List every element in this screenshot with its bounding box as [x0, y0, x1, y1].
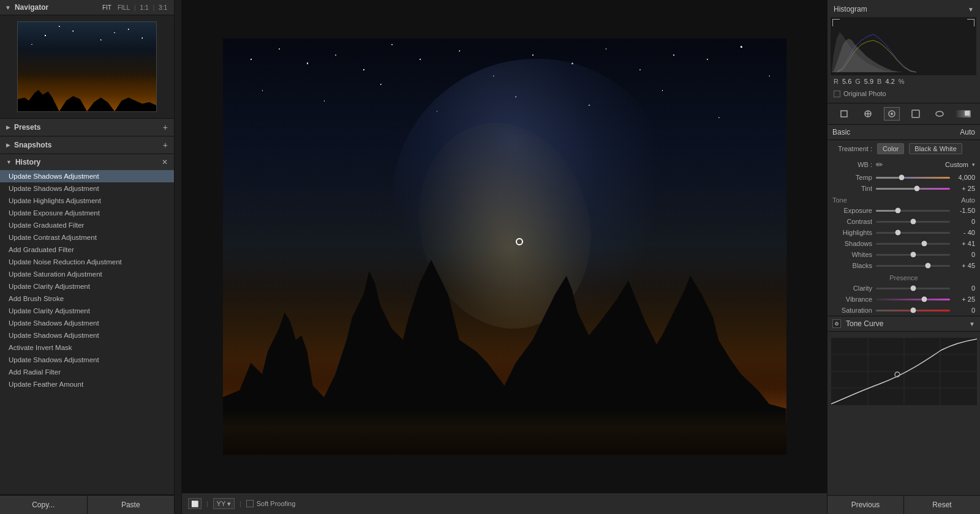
snapshots-header[interactable]: ▶ Snapshots +: [0, 136, 174, 154]
basic-auto-btn[interactable]: Auto: [960, 128, 975, 136]
history-item[interactable]: Update Exposure Adjustment: [0, 207, 174, 219]
highlights-slider[interactable]: [876, 232, 950, 234]
history-header[interactable]: ▼ History ✕: [0, 154, 174, 170]
tone-curve-point-icon[interactable]: [832, 319, 841, 328]
history-item[interactable]: Add Brush Stroke: [0, 292, 174, 305]
nav-fill-btn[interactable]: FILL: [116, 4, 132, 12]
whites-slider[interactable]: [876, 254, 950, 256]
radial-filter-tool[interactable]: [932, 107, 948, 121]
vibrance-slider[interactable]: [876, 299, 950, 300]
reset-button[interactable]: Reset: [904, 496, 980, 514]
aspect-ratio-btn[interactable]: YY ▾: [213, 498, 235, 509]
graduated-filter-tool[interactable]: [908, 107, 924, 121]
original-photo-checkbox[interactable]: [834, 91, 840, 97]
crop-tool[interactable]: [836, 107, 852, 121]
spot-icon: [863, 109, 873, 119]
tint-thumb[interactable]: [914, 186, 919, 192]
graduated-filter-point[interactable]: [516, 238, 523, 245]
adjustment-brush-tool[interactable]: [956, 107, 971, 121]
presets-add-icon[interactable]: +: [163, 122, 168, 132]
blacks-thumb[interactable]: [925, 263, 930, 269]
saturation-slider[interactable]: [876, 310, 950, 311]
tone-curve-graph: [831, 338, 977, 405]
history-item[interactable]: Update Clarity Adjustment: [0, 280, 174, 292]
tone-row: Tone Auto: [827, 194, 980, 205]
soft-proofing-toggle[interactable]: Soft Proofing: [246, 500, 296, 507]
contrast-slider[interactable]: [876, 221, 950, 223]
history-item[interactable]: Add Graduated Filter: [0, 244, 174, 256]
previous-button[interactable]: Previous: [827, 496, 904, 514]
svg-rect-7: [912, 110, 919, 117]
tint-slider[interactable]: [876, 188, 950, 190]
history-item[interactable]: Update Clarity Adjustment: [0, 305, 174, 317]
wb-dropdown-icon[interactable]: ▾: [972, 162, 975, 168]
histogram-collapse-icon: ▼: [968, 6, 974, 13]
temp-slider[interactable]: [876, 177, 950, 179]
shadows-slider[interactable]: [876, 243, 950, 245]
tone-curve-title: Tone Curve: [846, 319, 883, 328]
vibrance-thumb[interactable]: [921, 297, 927, 302]
exposure-slider[interactable]: [876, 210, 950, 212]
tone-curve-canvas[interactable]: [831, 338, 977, 405]
color-btn[interactable]: Color: [877, 143, 904, 154]
temp-thumb[interactable]: [899, 175, 905, 181]
temp-fill: [876, 177, 902, 179]
whites-thumb[interactable]: [910, 252, 916, 258]
nav-3to1-btn[interactable]: 3:1: [157, 4, 169, 12]
contrast-label: Contrast: [832, 218, 872, 225]
tone-auto-btn[interactable]: Auto: [961, 196, 975, 204]
history-item[interactable]: Add Radial Filter: [0, 366, 174, 378]
contrast-thumb[interactable]: [910, 219, 916, 225]
history-item[interactable]: Update Contrast Adjustment: [0, 231, 174, 244]
history-item[interactable]: Update Shadows Adjustment: [0, 317, 174, 329]
bw-btn[interactable]: Black & White: [909, 143, 962, 154]
history-close-icon[interactable]: ✕: [162, 158, 168, 166]
blacks-value: + 45: [954, 262, 975, 269]
toolbar-divider2: |: [239, 501, 241, 507]
b-label: B: [877, 78, 881, 85]
highlights-thumb[interactable]: [895, 230, 901, 236]
history-item[interactable]: Update Graduated Filter: [0, 219, 174, 231]
paste-button[interactable]: Paste: [88, 496, 175, 514]
g-label: G: [855, 78, 861, 85]
blacks-slider[interactable]: [876, 265, 950, 267]
snapshots-add-icon[interactable]: +: [163, 140, 168, 150]
presets-header[interactable]: ▶ Presets +: [0, 119, 174, 136]
nav-fit-btn[interactable]: FIT: [100, 4, 113, 12]
shadows-thumb[interactable]: [921, 241, 927, 247]
graduated-icon: [911, 109, 921, 119]
navigator-section: ▼ Navigator FIT FILL | 1:1 | 3:1: [0, 0, 174, 119]
eyedropper-icon[interactable]: ✏: [876, 160, 883, 169]
photo-area[interactable]: [182, 0, 827, 493]
history-item[interactable]: Update Shadows Adjustment: [0, 329, 174, 341]
histogram-rgb-values: R 5.6 G 5.9 B 4.2 %: [831, 75, 977, 88]
history-item[interactable]: Update Noise Reduction Adjustment: [0, 256, 174, 268]
clarity-slider[interactable]: [876, 288, 950, 289]
copy-button[interactable]: Copy...: [0, 496, 88, 514]
saturation-thumb[interactable]: [910, 308, 916, 313]
history-item[interactable]: Activate Invert Mask: [0, 341, 174, 354]
contrast-slider-row: Contrast 0: [827, 216, 980, 227]
history-item[interactable]: Update Shadows Adjustment: [0, 182, 174, 195]
nav-1to1-btn[interactable]: 1:1: [138, 4, 151, 12]
soft-proofing-checkbox[interactable]: [246, 500, 254, 507]
history-item[interactable]: Update Saturation Adjustment: [0, 268, 174, 280]
history-item[interactable]: Update Shadows Adjustment: [0, 354, 174, 366]
red-eye-tool[interactable]: [884, 107, 900, 121]
exposure-thumb[interactable]: [895, 208, 901, 214]
history-item[interactable]: Update Feather Amount: [0, 378, 174, 390]
navigator-header[interactable]: ▼ Navigator FIT FILL | 1:1 | 3:1: [0, 0, 174, 15]
left-edge-strip: [175, 0, 182, 514]
clarity-thumb[interactable]: [910, 286, 916, 291]
history-item[interactable]: Update Highlights Adjustment: [0, 195, 174, 207]
navigator-title: Navigator: [15, 3, 97, 12]
spot-removal-tool[interactable]: [860, 107, 876, 121]
original-photo-row: Original Photo: [831, 88, 977, 100]
history-item[interactable]: Update Shadows Adjustment: [0, 170, 174, 182]
frame-icon[interactable]: ⬜: [188, 498, 202, 509]
left-panel: ▼ Navigator FIT FILL | 1:1 | 3:1: [0, 0, 175, 514]
silhouette-layer: [223, 226, 786, 455]
crop-icon: [839, 109, 849, 119]
history-section: ▼ History ✕ Update Shadows AdjustmentUpd…: [0, 154, 174, 495]
saturation-value: 0: [954, 307, 975, 314]
